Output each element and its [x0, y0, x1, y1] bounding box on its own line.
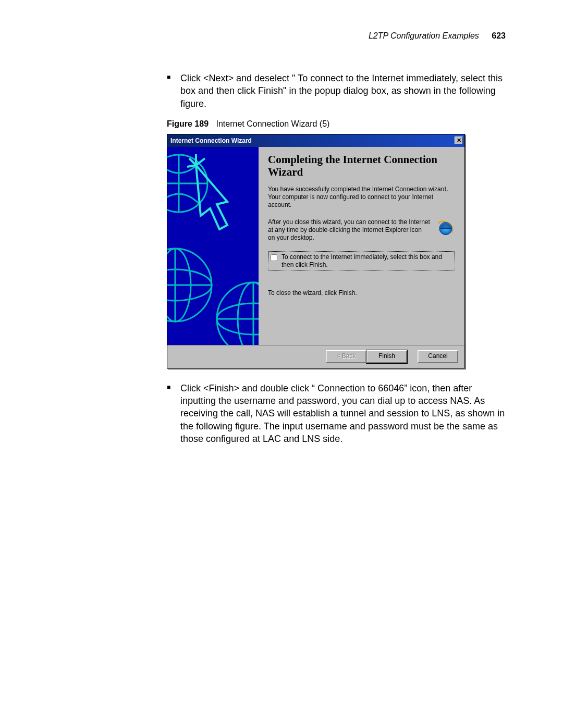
figure-caption: Figure 189 Internet Connection Wizard (5… — [57, 119, 506, 129]
connect-immediately-row[interactable]: To connect to the Internet immediately, … — [268, 251, 455, 270]
back-finish-group: < Back Finish — [326, 350, 407, 363]
instruction-list: Click <Next> and deselect " To connect t… — [57, 72, 506, 110]
header-page-number: 623 — [492, 31, 506, 40]
internet-explorer-icon — [436, 218, 455, 237]
wizard-close-hint: To close the wizard, click Finish. — [268, 289, 455, 297]
svg-rect-0 — [167, 147, 259, 345]
figure-label: Figure 189 — [167, 119, 209, 128]
back-button: < Back — [326, 350, 366, 363]
finish-button[interactable]: Finish — [366, 350, 407, 363]
document-page: L2TP Configuration Examples 623 Click <N… — [0, 0, 563, 728]
wizard-dialog: Internet Connection Wizard ✕ — [167, 134, 465, 368]
close-icon: ✕ — [457, 137, 461, 144]
close-button[interactable]: ✕ — [455, 137, 463, 144]
wizard-after-close-text: After you close this wizard, you can con… — [268, 218, 430, 242]
wizard-success-text: You have successfully completed the Inte… — [268, 186, 455, 209]
figure-title: Internet Connection Wizard (5) — [216, 119, 329, 128]
connect-immediately-checkbox[interactable] — [271, 254, 277, 261]
dialog-title: Internet Connection Wizard — [170, 137, 252, 144]
instruction-item-2: Click <Finish> and double click “ Connec… — [167, 382, 506, 445]
wizard-heading: Completing the Internet Connection Wizar… — [268, 153, 455, 178]
connect-immediately-label: To connect to the Internet immediately, … — [282, 253, 452, 268]
svg-rect-18 — [440, 228, 451, 229]
dialog-button-bar: < Back Finish Cancel — [167, 345, 464, 368]
dialog-body: Completing the Internet Connection Wizar… — [167, 147, 464, 345]
wizard-content: Completing the Internet Connection Wizar… — [259, 147, 464, 345]
running-header: L2TP Configuration Examples 623 — [57, 31, 506, 41]
dialog-titlebar[interactable]: Internet Connection Wizard ✕ — [167, 134, 464, 147]
cancel-button[interactable]: Cancel — [418, 350, 458, 363]
wizard-after-close-row: After you close this wizard, you can con… — [268, 218, 455, 242]
instruction-item-1: Click <Next> and deselect " To connect t… — [167, 72, 506, 110]
instruction-list-2: Click <Finish> and double click “ Connec… — [57, 382, 506, 445]
wizard-banner-graphic — [167, 147, 259, 345]
wizard-side-banner — [167, 147, 259, 345]
header-section-title: L2TP Configuration Examples — [369, 31, 479, 40]
